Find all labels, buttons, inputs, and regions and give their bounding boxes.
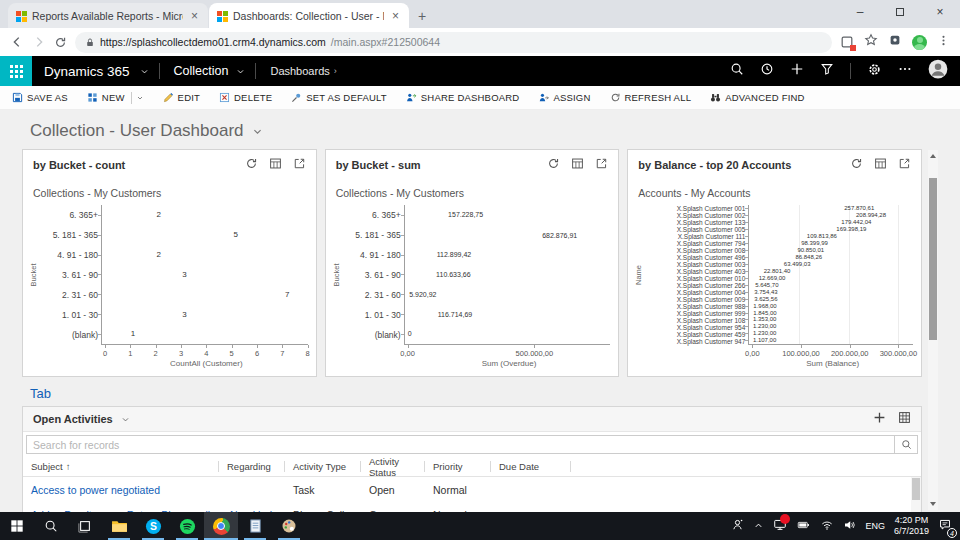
spotify-icon[interactable] bbox=[170, 512, 204, 540]
paint-icon[interactable] bbox=[272, 512, 306, 540]
battery-icon[interactable] bbox=[796, 517, 811, 535]
search-go-icon[interactable] bbox=[894, 435, 918, 454]
refresh-all-button[interactable]: REFRESH ALL bbox=[610, 92, 692, 103]
list-view-selector[interactable]: Open Activities bbox=[33, 413, 113, 425]
chart-refresh-icon[interactable] bbox=[245, 156, 258, 174]
tab-close-icon[interactable]: × bbox=[189, 9, 200, 23]
window-close-button[interactable]: × bbox=[920, 0, 960, 24]
forward-button[interactable] bbox=[32, 35, 46, 49]
subject-link[interactable]: Access to power negotiated bbox=[23, 484, 219, 496]
chart-expand-icon[interactable] bbox=[595, 156, 608, 174]
delete-button[interactable]: DELETE bbox=[219, 92, 272, 103]
column-header-due-date[interactable]: Due Date bbox=[491, 457, 571, 476]
x-tick-label: 6 bbox=[255, 349, 259, 358]
search-records-input[interactable] bbox=[26, 435, 894, 454]
user-avatar[interactable] bbox=[928, 59, 948, 83]
chart-refresh-icon[interactable] bbox=[850, 156, 863, 174]
x-tick-label: 100.000,00 bbox=[782, 349, 820, 358]
bar-value-label: 3 bbox=[182, 310, 186, 319]
search-icon[interactable] bbox=[730, 62, 744, 80]
microsoft-favicon bbox=[217, 11, 227, 21]
chart-view-records-icon[interactable] bbox=[571, 156, 584, 174]
people-icon[interactable] bbox=[731, 517, 744, 535]
table-row[interactable]: Adrian Dumitrascu - Return Phone call Ne… bbox=[23, 502, 921, 512]
settings-gear-icon[interactable] bbox=[867, 62, 882, 81]
category-label: X.Splash Customer 496 bbox=[644, 254, 745, 261]
more-commands-ellipsis-icon[interactable] bbox=[898, 62, 912, 80]
window-minimize-button[interactable]: – bbox=[840, 0, 880, 24]
column-header-activity-type[interactable]: Activity Type bbox=[285, 457, 361, 476]
back-button[interactable] bbox=[10, 35, 24, 49]
browser-tab-reports[interactable]: Reports Available Reports - Micro × bbox=[8, 3, 208, 28]
scroll-down-arrow[interactable] bbox=[928, 498, 938, 510]
chart-expand-icon[interactable] bbox=[293, 156, 306, 174]
browser-tab-dashboards[interactable]: Dashboards: Collection - User - M × bbox=[209, 3, 409, 28]
column-header-subject[interactable]: Subject↑ bbox=[23, 457, 219, 476]
x-tick-label: 4 bbox=[204, 349, 208, 358]
bar-value-label: 1.353,00 bbox=[753, 316, 776, 322]
open-grid-icon[interactable] bbox=[898, 410, 911, 428]
app-launcher-waffle-icon[interactable] bbox=[0, 56, 32, 86]
reload-button[interactable] bbox=[54, 36, 67, 49]
browser-menu-kebab-icon[interactable] bbox=[937, 33, 950, 51]
bar-value-label: 179.442,04 bbox=[841, 219, 871, 225]
extension2-icon[interactable] bbox=[888, 33, 902, 51]
start-button[interactable] bbox=[0, 512, 34, 540]
grid-scrollbar[interactable] bbox=[911, 477, 921, 512]
table-row[interactable]: Access to power negotiated Task Open Nor… bbox=[23, 477, 921, 502]
category-label: (blank) bbox=[342, 330, 401, 340]
recent-history-icon[interactable] bbox=[760, 62, 774, 80]
skype-icon[interactable]: S bbox=[136, 512, 170, 540]
show-hidden-icons-chevron[interactable] bbox=[753, 517, 764, 535]
notification-monitor-icon[interactable] bbox=[773, 517, 787, 535]
window-maximize-button[interactable] bbox=[880, 0, 920, 24]
scroll-up-arrow[interactable] bbox=[928, 150, 938, 162]
scrollbar-thumb[interactable] bbox=[929, 178, 937, 340]
area-chevron-icon[interactable] bbox=[236, 67, 245, 76]
chart-title: by Bucket - count bbox=[33, 159, 125, 171]
breadcrumb-dashboards[interactable]: Dashboards bbox=[256, 65, 333, 77]
assign-button[interactable]: ASSIGN bbox=[538, 92, 590, 103]
new-tab-button[interactable]: + bbox=[410, 8, 436, 28]
new-button[interactable]: NEW bbox=[87, 92, 144, 104]
bookmark-star-icon[interactable] bbox=[864, 33, 878, 51]
advanced-find-button[interactable]: ADVANCED FIND bbox=[710, 92, 805, 103]
column-header-regarding[interactable]: Regarding bbox=[219, 457, 285, 476]
language-indicator[interactable]: ENG bbox=[865, 521, 885, 531]
chart-view-records-icon[interactable] bbox=[269, 156, 282, 174]
address-bar[interactable]: https://splashcollectdemo01.crm4.dynamic… bbox=[75, 32, 832, 53]
page-scrollbar[interactable] bbox=[928, 150, 938, 510]
dashboard-selector-chevron-icon[interactable] bbox=[252, 126, 263, 137]
column-header-activity-status[interactable]: Activity Status bbox=[361, 457, 425, 476]
bar-row: 1.230,00 bbox=[749, 324, 913, 329]
chart-expand-icon[interactable] bbox=[898, 156, 911, 174]
set-as-default-button[interactable]: SET AS DEFAULT bbox=[291, 92, 387, 103]
volume-icon[interactable] bbox=[843, 517, 856, 535]
file-explorer-icon[interactable] bbox=[102, 512, 136, 540]
wifi-icon[interactable] bbox=[820, 517, 834, 535]
bar-value-label: 116.714,69 bbox=[438, 311, 473, 318]
chart-refresh-icon[interactable] bbox=[547, 156, 560, 174]
column-header-priority[interactable]: Priority bbox=[425, 457, 491, 476]
taskbar-search-icon[interactable] bbox=[34, 512, 68, 540]
share-dashboard-button[interactable]: SHARE DASHBOARD bbox=[406, 92, 520, 103]
dashboard-title[interactable]: Collection - User Dashboard bbox=[30, 121, 960, 141]
browser-profile-avatar[interactable] bbox=[912, 35, 927, 50]
notepad-icon[interactable] bbox=[238, 512, 272, 540]
add-record-plus-icon[interactable] bbox=[873, 410, 886, 428]
extension-icon[interactable] bbox=[840, 35, 854, 49]
quick-create-plus-icon[interactable] bbox=[790, 62, 804, 80]
chrome-icon[interactable] bbox=[204, 512, 238, 540]
edit-button[interactable]: EDIT bbox=[163, 92, 200, 103]
tab-close-icon[interactable]: × bbox=[390, 9, 401, 23]
action-center-icon[interactable]: 4 bbox=[938, 517, 952, 535]
list-chevron-icon[interactable] bbox=[121, 415, 130, 424]
taskbar-clock[interactable]: 4:20 PM6/7/2019 bbox=[894, 515, 929, 537]
chart-view-records-icon[interactable] bbox=[874, 156, 887, 174]
brand-chevron-icon[interactable] bbox=[140, 67, 149, 76]
bar-row: 1.107,00 bbox=[749, 338, 913, 343]
nav-area-collection[interactable]: Collection bbox=[160, 64, 235, 78]
save-as-button[interactable]: SAVE AS bbox=[12, 92, 68, 103]
task-view-icon[interactable] bbox=[68, 512, 102, 540]
filter-funnel-icon[interactable] bbox=[820, 62, 834, 80]
